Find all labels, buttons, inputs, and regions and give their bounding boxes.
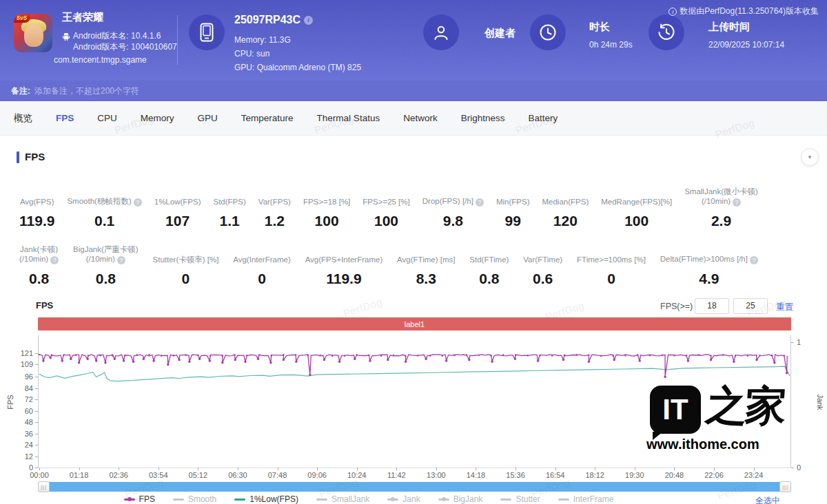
creator-icon-circle	[423, 14, 459, 50]
x-axis-tick: 06:30	[223, 471, 253, 479]
reset-threshold-link[interactable]: 重置	[776, 302, 793, 313]
legend-item-InterFrame[interactable]: InterFrame	[558, 494, 614, 504]
tab-Battery[interactable]: Battery	[528, 113, 558, 123]
metrics-row-1: Avg(FPS)119.9Smooth(稳帧指数)?0.11%Low(FPS)1…	[19, 185, 758, 229]
x-axis-tick: 19:30	[620, 471, 650, 479]
tab-概览[interactable]: 概览	[14, 112, 32, 125]
metric-Min(FPS): Min(FPS)99	[496, 185, 530, 229]
upload-time-label: 上传时间	[708, 21, 750, 34]
x-axis-tick: 22:06	[699, 471, 729, 479]
legend-marker	[500, 498, 511, 501]
metric-value: 100	[315, 213, 339, 229]
range-handle-left[interactable]: |||	[38, 481, 50, 492]
help-icon[interactable]: ?	[117, 256, 125, 264]
x-axis-tick: 20:48	[659, 471, 689, 479]
section-accent-bar	[17, 151, 19, 163]
collect-version-note: i数据由PerfDog(11.3.250764)版本收集	[668, 6, 819, 17]
metric-Std(FTime): Std(FTime)0.8	[469, 242, 509, 287]
help-icon[interactable]: ?	[733, 198, 741, 207]
tab-Memory[interactable]: Memory	[141, 113, 174, 123]
game-app-icon: 5v5	[14, 14, 52, 52]
metric-BigJank(严重卡顿): BigJank(严重卡顿)(/10min)?0.8	[73, 242, 139, 287]
clock-icon	[539, 23, 557, 41]
time-range-scrollbar[interactable]	[38, 482, 791, 492]
device-cpu: CPU: sun	[234, 49, 269, 59]
creator-label: 创建者	[484, 27, 515, 40]
x-axis-tick: 11:42	[381, 471, 411, 479]
select-all-link[interactable]: 全选中	[755, 495, 780, 504]
metric-Jank(卡顿): Jank(卡顿)(/10min)?0.8	[19, 242, 59, 287]
ithome-url: www.ithome.com	[646, 437, 757, 452]
metric-SmallJank(微小卡顿): SmallJank(微小卡顿)(/10min)?2.9	[684, 185, 758, 229]
help-icon[interactable]: ?	[750, 256, 758, 264]
metric-value: 99	[505, 213, 521, 229]
y-axis-tick: 96	[1, 372, 33, 381]
legend-marker	[316, 498, 327, 501]
metric-value: 100	[624, 213, 649, 229]
device-info-icon[interactable]: i	[304, 16, 313, 25]
x-axis-tick: 03:54	[143, 471, 174, 479]
android-version-name: Android版本名: 10.4.1.6	[73, 30, 177, 41]
legend-item-Jank[interactable]: Jank	[387, 494, 420, 504]
duration-label: 时长	[589, 21, 610, 34]
duration-icon-circle	[530, 14, 566, 50]
tab-FPS[interactable]: FPS	[56, 113, 74, 123]
y-axis-tick: 48	[1, 418, 33, 426]
metric-tabbar: 概览FPSCPUMemoryGPUTemperatureThermal Stat…	[0, 101, 827, 136]
metric-value: 107	[165, 213, 190, 229]
metric-value: 0	[607, 271, 615, 287]
metric-Delta(FTime)>100ms [/h]: Delta(FTime)>100ms [/h]?4.9	[660, 242, 758, 287]
x-axis-tick: 18:12	[580, 471, 610, 479]
legend-label: BigJank	[453, 494, 483, 504]
duration-value: 0h 24m 29s	[589, 40, 633, 50]
metric-Avg(FPS): Avg(FPS)119.9	[19, 185, 54, 229]
collapse-section-button[interactable]: ▼	[801, 148, 819, 166]
tab-Network[interactable]: Network	[403, 113, 438, 123]
perfdog-report-page: 5v5 王者荣耀 Android版本名: 10.4.1.6 Android版本号…	[0, 0, 827, 504]
legend-item-Stutter[interactable]: Stutter	[500, 494, 540, 504]
help-icon[interactable]: ?	[476, 198, 484, 207]
range-handle-right[interactable]: |||	[779, 481, 791, 492]
report-header: 5v5 王者荣耀 Android版本名: 10.4.1.6 Android版本号…	[0, 0, 827, 81]
help-icon[interactable]: ?	[50, 256, 59, 264]
fps-threshold-input-1[interactable]: 18	[695, 298, 729, 314]
legend-item-1%Low(FPS)[interactable]: 1%Low(FPS)	[234, 494, 298, 504]
metric-value: 119.9	[19, 213, 54, 229]
metric-Std(FPS): Std(FPS)1.1	[214, 185, 246, 229]
tab-Temperature[interactable]: Temperature	[241, 113, 294, 123]
metric-MedRange(FPS)[%]: MedRange(FPS)[%]100	[601, 185, 672, 229]
metric-value: 0.8	[29, 271, 49, 287]
legend-item-FPS[interactable]: FPS	[124, 494, 155, 504]
metric-value: 1.2	[265, 213, 285, 229]
tab-Brightness[interactable]: Brightness	[461, 113, 505, 123]
legend-label: Stutter	[515, 494, 540, 504]
legend-label: FPS	[139, 494, 155, 504]
metric-Drop(FPS) [/h]: Drop(FPS) [/h]?9.8	[422, 185, 484, 229]
legend-item-BigJank[interactable]: BigJank	[438, 494, 483, 504]
perfdog-watermark-text: PerfDog	[342, 295, 384, 319]
device-icon-circle	[189, 14, 225, 50]
ithome-logo-icon: IT	[650, 386, 701, 434]
metric-FPS>=25 [%]: FPS>=25 [%]100	[363, 185, 409, 229]
tab-CPU[interactable]: CPU	[97, 113, 117, 123]
tab-Thermal Status[interactable]: Thermal Status	[317, 113, 380, 123]
legend-item-SmallJank[interactable]: SmallJank	[316, 494, 369, 504]
metric-value: 0.6	[533, 271, 553, 287]
android-version-code: Android版本号: 1004010607	[73, 41, 177, 52]
help-icon[interactable]: ?	[134, 198, 142, 207]
x-axis-tick: 13:00	[421, 471, 451, 479]
legend-marker	[173, 498, 184, 501]
legend-item-Smooth[interactable]: Smooth	[173, 494, 216, 504]
metric-Avg(InterFrame): Avg(InterFrame)0	[233, 242, 291, 287]
fps-threshold-input-2[interactable]: 25	[733, 298, 768, 314]
game-title: 王者荣耀	[62, 11, 103, 24]
remark-input-bar[interactable]: 备注: 添加备注，不超过200个字符	[0, 81, 827, 101]
right-axis-tick: 1	[797, 338, 801, 346]
metric-Median(FPS): Median(FPS)120	[542, 185, 589, 229]
x-axis-tick: 00:00	[24, 471, 54, 479]
metric-value: 120	[553, 213, 578, 229]
metrics-row-2: Jank(卡顿)(/10min)?0.8BigJank(严重卡顿)(/10min…	[19, 242, 758, 287]
tab-GPU[interactable]: GPU	[198, 113, 218, 123]
legend-marker	[387, 498, 398, 501]
chart-title: FPS	[36, 300, 53, 311]
